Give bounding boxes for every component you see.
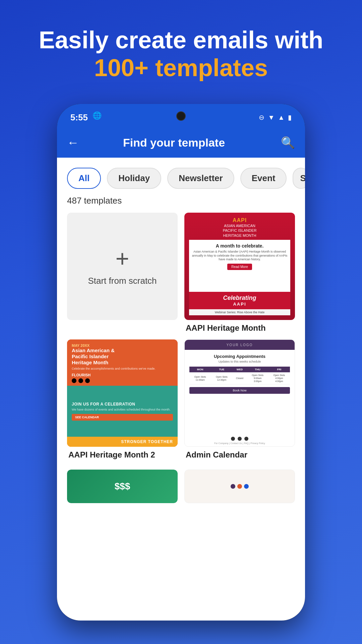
aapi2-join-desc: We have dozens of events and activities … — [72, 408, 173, 411]
hero-line2: 100+ templates — [20, 53, 342, 82]
footer-icon-3 — [244, 437, 248, 441]
filter-newsletter[interactable]: Newsletter — [167, 168, 234, 189]
hero-line1: Easily create emails with — [20, 27, 342, 53]
hero-section: Easily create emails with 100+ templates — [0, 0, 362, 96]
aapi2-brand: FLOURISH — [72, 373, 173, 377]
scratch-label: Start from scratch — [88, 276, 157, 286]
plus-icon: + — [116, 247, 129, 270]
back-button[interactable]: ← — [67, 136, 79, 150]
col-fri: FRI — [268, 367, 290, 372]
admin-calendar-card[interactable]: YOUR LOGO Upcoming Appointments Updates … — [184, 339, 295, 460]
aapi-body: Asian American & Pacific Islander (AAPI)… — [192, 250, 288, 262]
admin-subtitle: Updates to this weeks schedule — [189, 360, 290, 363]
filter-event[interactable]: Event — [240, 168, 287, 189]
aapi-webinar-text: Webinar Series: Rise Above the Hate — [190, 311, 289, 314]
search-icon[interactable]: 🔍 — [281, 136, 295, 149]
dnd-icon: ⊖ — [259, 113, 264, 121]
col-tue: TUE — [211, 367, 232, 372]
slot-thu: Open Slots9:00am3:00pm — [247, 372, 268, 384]
bottom-row: $$$ — [57, 470, 305, 506]
aapi2-card[interactable]: MAY 20XX Asian American &Pacific Islande… — [67, 339, 178, 460]
social-icon-3 — [85, 378, 90, 383]
aapi2-stronger-text: STRONGER TOGETHER — [72, 439, 173, 444]
aapi-card[interactable]: AAPI ASIAN AMERICANPACIFIC ISLANDERHERIT… — [184, 213, 295, 333]
admin-title: Upcoming Appointments — [189, 354, 290, 359]
admin-logo: YOUR LOGO — [227, 343, 253, 347]
admin-footer-text: For Company | Contact Us | FAQ | Privacy… — [187, 442, 293, 444]
bottom-card-right[interactable] — [184, 470, 295, 503]
preview-dot-3 — [244, 484, 249, 489]
bottom-card-left[interactable]: $$$ — [67, 470, 178, 503]
footer-icon-1 — [231, 437, 235, 441]
aapi2-join-title: JOIN US FOR A CELEBRATION — [72, 402, 173, 407]
scratch-card-label — [67, 323, 178, 333]
status-icons: ⊖ ▼ ▲ ▮ — [259, 113, 292, 121]
aapi2-desc: Celebrate the accomplishments and contri… — [72, 367, 173, 370]
money-preview-text: $$$ — [115, 481, 130, 492]
filter-all[interactable]: All — [67, 168, 101, 189]
admin-schedule-table: MON TUE WED THU FRI Open Slo — [189, 367, 290, 384]
templates-count: 487 templates — [57, 192, 305, 213]
col-thu: THU — [247, 367, 268, 372]
globe-icon: 🌐 — [93, 111, 102, 120]
slot-wed: Closed — [233, 372, 247, 384]
aapi-celebrating-sub: AAPI — [189, 302, 290, 307]
aapi2-date: MAY 20XX — [72, 343, 173, 347]
social-icon-2 — [78, 378, 83, 383]
nav-title: Find your template — [86, 136, 262, 149]
camera-notch — [176, 111, 186, 121]
template-grid: + Start from scratch AAPI ASIAN AMERICAN… — [57, 213, 305, 470]
slot-tue: Open Slots12:30pm — [211, 372, 232, 384]
nav-bar: ← Find your template 🔍 — [57, 127, 305, 158]
scratch-card[interactable]: + Start from scratch — [67, 213, 178, 333]
filter-holiday[interactable]: Holiday — [107, 168, 161, 189]
signal-icon: ▲ — [278, 114, 285, 121]
admin-book-btn[interactable]: Book Now — [189, 387, 290, 394]
status-time: 5:55 — [70, 112, 88, 123]
footer-icon-2 — [238, 437, 242, 441]
admin-card-label: Admin Calendar — [184, 450, 295, 460]
phone-wrapper: 5:55 🌐 ⊖ ▼ ▲ ▮ ← Find your template 🔍 Al… — [57, 104, 305, 621]
social-icon-1 — [72, 378, 76, 383]
content-area: All Holiday Newsletter Event S 487 templ… — [57, 158, 305, 621]
wifi-icon: ▼ — [268, 114, 275, 121]
col-wed: WED — [233, 367, 247, 372]
aapi-subtitle: ASIAN AMERICANPACIFIC ISLANDERHERITAGE M… — [223, 223, 257, 238]
aapi2-see-cal[interactable]: SEE CALENDAR — [72, 414, 173, 421]
phone-frame: 5:55 🌐 ⊖ ▼ ▲ ▮ ← Find your template 🔍 Al… — [57, 104, 305, 621]
col-mon: MON — [189, 367, 211, 372]
aapi2-card-label: AAPI Heritage Month 2 — [67, 450, 178, 460]
aapi-celebrate: A month to celebrate. — [192, 243, 288, 249]
aapi-card-label: AAPI Heritage Month — [184, 323, 295, 333]
slot-mon: Open Slots11:00am — [189, 372, 211, 384]
filter-more[interactable]: S — [293, 168, 305, 189]
aapi-title: AAPI — [223, 217, 257, 223]
preview-dot-1 — [231, 484, 235, 489]
aapi-celebrating-text: Celebrating — [189, 294, 290, 302]
preview-dot-2 — [237, 484, 242, 489]
aapi2-title: Asian American &Pacific IslanderHeritage… — [72, 347, 173, 366]
battery-icon: ▮ — [288, 113, 292, 121]
filter-row: All Holiday Newsletter Event S — [57, 158, 305, 192]
slot-fri: Open Slots4:00pm4:00pm — [268, 372, 290, 384]
aapi-read-more[interactable]: Read More — [227, 264, 252, 270]
